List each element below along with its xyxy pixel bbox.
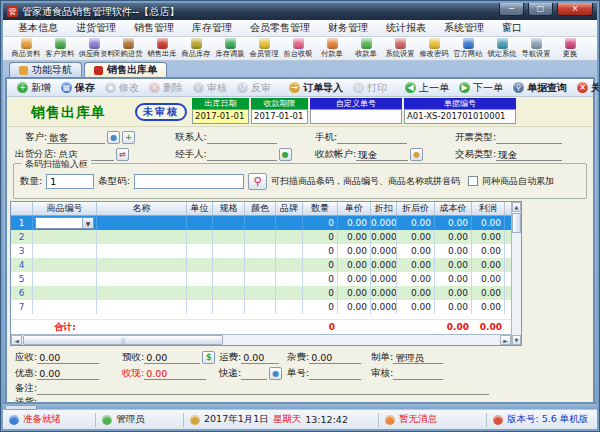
- cell-profit[interactable]: 0.00: [472, 216, 505, 230]
- toolbar-payment-bill[interactable]: 付款单: [315, 38, 349, 60]
- qty-input[interactable]: [46, 174, 94, 189]
- horizontal-scrollbar[interactable]: ◄ ►: [11, 334, 511, 345]
- trade-type-value[interactable]: 现金: [496, 148, 562, 161]
- cell-price[interactable]: 0.00: [338, 300, 371, 314]
- due-date-value[interactable]: 2017-01-01: [251, 109, 308, 124]
- cell-profit[interactable]: 0.00: [472, 286, 505, 300]
- tab-sales-out-bill[interactable]: 销售出库单: [84, 62, 167, 77]
- cell-unit[interactable]: [187, 244, 213, 258]
- cell-qty[interactable]: 0: [303, 258, 338, 272]
- add-customer-icon[interactable]: +: [122, 131, 135, 144]
- cell-spec[interactable]: [213, 286, 245, 300]
- cell-spec[interactable]: [213, 244, 245, 258]
- cell-code[interactable]: [33, 272, 97, 286]
- cell-color[interactable]: [245, 244, 276, 258]
- product-code-combobox[interactable]: ▼: [35, 217, 94, 229]
- cell-name[interactable]: [97, 230, 187, 244]
- cell-disc[interactable]: 0.000: [371, 258, 397, 272]
- barcode-search-icon[interactable]: ⚲: [248, 173, 267, 190]
- cell-qty[interactable]: 0: [303, 286, 338, 300]
- discount-value[interactable]: 0.00: [37, 367, 99, 380]
- cell-qty[interactable]: 0: [303, 272, 338, 286]
- cell-code[interactable]: ▼: [33, 216, 97, 230]
- cell-cost[interactable]: 0.00: [435, 230, 472, 244]
- col-profit[interactable]: 利润: [472, 202, 505, 215]
- toolbar-pos-cashier[interactable]: 前台收银: [281, 38, 315, 60]
- cell-cost[interactable]: 0.00: [435, 244, 472, 258]
- cell-code[interactable]: [33, 300, 97, 314]
- cell-price[interactable]: 0.00: [338, 272, 371, 286]
- menu-stats-report[interactable]: 统计报表: [377, 20, 435, 36]
- cell-spec[interactable]: [213, 216, 245, 230]
- grid-row-5[interactable]: 500.000.0000.000.000.00: [11, 272, 511, 286]
- next-bill-button[interactable]: ▶下一单: [455, 81, 507, 95]
- menu-basic-info[interactable]: 基本信息: [9, 20, 67, 36]
- cell-color[interactable]: [245, 286, 276, 300]
- col-dprice[interactable]: 折后价: [397, 202, 435, 215]
- vertical-scroll-thumb[interactable]: [512, 213, 521, 233]
- cell-disc[interactable]: 0.000: [371, 300, 397, 314]
- cell-price[interactable]: 0.00: [338, 230, 371, 244]
- cell-profit[interactable]: 0.00: [472, 258, 505, 272]
- tab-function-nav[interactable]: 功能导航: [9, 62, 82, 77]
- cell-brand[interactable]: [276, 244, 303, 258]
- invoice-type-value[interactable]: [496, 131, 562, 144]
- cell-code[interactable]: [33, 244, 97, 258]
- cell-profit[interactable]: 0.00: [472, 300, 505, 314]
- menu-system-mgmt[interactable]: 系统管理: [435, 20, 493, 36]
- cell-unit[interactable]: [187, 258, 213, 272]
- cell-code[interactable]: [33, 286, 97, 300]
- bill-no-value[interactable]: A01-XS-201701010001: [404, 109, 516, 124]
- cell-code[interactable]: [33, 230, 97, 244]
- cell-profit[interactable]: 0.00: [472, 244, 505, 258]
- cell-unit[interactable]: [187, 230, 213, 244]
- close-button[interactable]: ×: [557, 3, 593, 16]
- grid-row-7[interactable]: 700.000.0000.000.000.00: [11, 300, 511, 314]
- cell-name[interactable]: [97, 286, 187, 300]
- cell-disc[interactable]: 0.000: [371, 272, 397, 286]
- menu-stock-mgmt[interactable]: 库存管理: [183, 20, 241, 36]
- express-value[interactable]: [241, 367, 267, 380]
- customer-value[interactable]: 散客: [47, 131, 105, 144]
- toolbar-official-website[interactable]: 官方网站: [451, 38, 485, 60]
- cell-color[interactable]: [245, 216, 276, 230]
- cell-qty[interactable]: 0: [303, 216, 338, 230]
- cell-name[interactable]: [97, 272, 187, 286]
- toolbar-lock-system[interactable]: 锁定系统: [485, 38, 519, 60]
- cell-profit[interactable]: 0.00: [472, 272, 505, 286]
- contact-value[interactable]: [207, 131, 277, 144]
- query-bill-button[interactable]: ⚲单据查询: [509, 81, 571, 95]
- toolbar-sales-out[interactable]: 销售出库: [145, 38, 179, 60]
- scroll-right-icon[interactable]: ►: [500, 335, 511, 345]
- cell-cost[interactable]: 0.00: [435, 258, 472, 272]
- cell-dprice[interactable]: 0.00: [397, 244, 435, 258]
- handler-value[interactable]: [207, 148, 277, 161]
- cell-brand[interactable]: [276, 272, 303, 286]
- advance-picker-icon[interactable]: $: [202, 351, 215, 364]
- tracking-no-value[interactable]: [309, 367, 361, 380]
- scroll-up-icon[interactable]: ▲: [512, 202, 521, 212]
- toolbar-change-skin[interactable]: 更换: [553, 38, 587, 60]
- col-color[interactable]: 颜色: [245, 202, 276, 215]
- toolbar-purchase-in[interactable]: 采购进货: [111, 38, 145, 60]
- cell-color[interactable]: [245, 230, 276, 244]
- scroll-down-icon[interactable]: ▼: [512, 335, 521, 345]
- cell-dprice[interactable]: 0.00: [397, 300, 435, 314]
- cell-name[interactable]: [97, 258, 187, 272]
- col-spec[interactable]: 规格: [213, 202, 245, 215]
- cell-qty[interactable]: 0: [303, 244, 338, 258]
- cell-profit[interactable]: 0.00: [472, 230, 505, 244]
- prev-bill-button[interactable]: ◀上一单: [401, 81, 453, 95]
- mobile-value[interactable]: [337, 131, 407, 144]
- import-order-button[interactable]: →订单导入: [285, 81, 347, 95]
- maximize-button[interactable]: ▢: [528, 3, 553, 16]
- out-date-value[interactable]: 2017-01-01: [192, 109, 249, 124]
- cell-name[interactable]: [97, 300, 187, 314]
- cell-qty[interactable]: 0: [303, 300, 338, 314]
- cell-disc[interactable]: 0.000: [371, 244, 397, 258]
- toolbar-receipt-bill[interactable]: 收款单: [349, 38, 383, 60]
- col-code[interactable]: 商品编号: [33, 202, 97, 215]
- cash-received-value[interactable]: 0.00: [144, 367, 206, 380]
- cell-price[interactable]: 0.00: [338, 286, 371, 300]
- toolbar-goods-stock[interactable]: 商品库存: [179, 38, 213, 60]
